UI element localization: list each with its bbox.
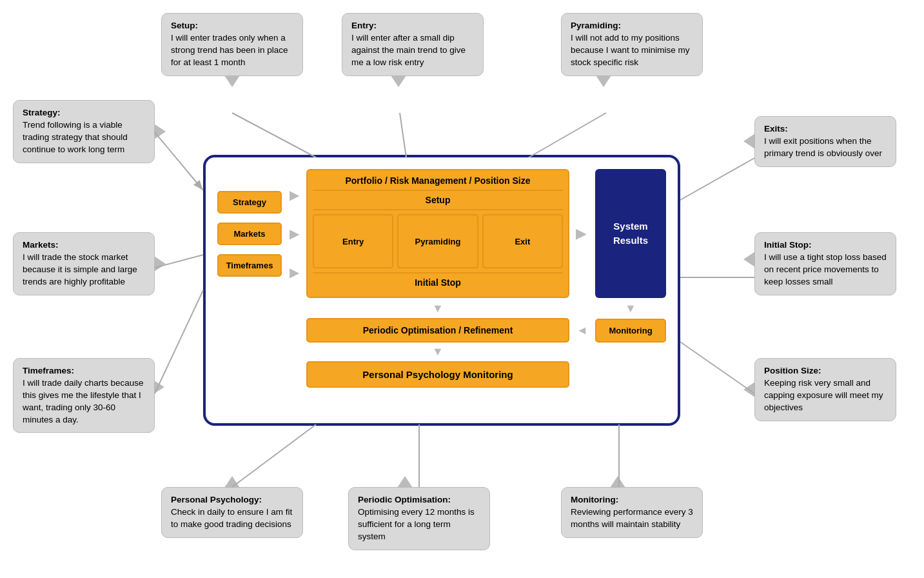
pyramiding-title: Pyramiding: [571,21,621,30]
setup-text: I will enter trades only when a strong t… [171,33,288,67]
setup-title: Setup: [171,21,198,30]
arrow-right-3: ▶ [290,264,299,280]
strategy-button: Strategy [217,191,282,214]
periodic-bar: Periodic Optimisation / Refinement [306,318,569,343]
entry-bubble: Entry: I will enter after a small dip ag… [342,13,484,76]
strategy-title: Strategy: [23,108,61,117]
personal-psychology-bar: Personal Psychology Monitoring [306,361,569,388]
exit-cell: Exit [482,214,563,268]
periodic-optimisation-title: Periodic Optimisation: [358,495,451,504]
entry-title: Entry: [351,21,377,30]
strategy-bubble: Strategy: Trend following is a viable tr… [13,100,155,163]
markets-button: Markets [217,223,282,245]
monitoring-text: Reviewing performance every 3 months wil… [571,507,693,529]
svg-line-0 [155,132,203,190]
initial-stop-text: I will use a tight stop loss based on re… [764,252,887,286]
position-size-title: Position Size: [764,366,821,375]
center-diagram: Strategy Markets Timeframes ▶ ▶ ▶ Portfo… [203,155,680,426]
strategy-text: Trend following is a viable trading stra… [23,120,128,154]
personal-psychology-text: Check in daily to ensure I am fit to mak… [171,507,292,529]
timeframes-text: I will trade daily charts because this g… [23,378,144,424]
position-size-text: Keeping risk very small and capping expo… [764,378,883,412]
exits-text: I will exit positions when the primary t… [764,136,882,158]
left-arrow-monitoring: ◄ [576,324,588,337]
portfolio-bar: Portfolio / Risk Management / Position S… [313,175,563,186]
initial-stop-bubble: Initial Stop: I will use a tight stop lo… [754,232,896,295]
markets-text: I will trade the stock market because it… [23,252,137,286]
svg-line-9 [232,424,316,487]
periodic-optimisation-text: Optimising every 12 months is sufficient… [358,507,475,541]
initial-stop-title: Initial Stop: [764,240,812,250]
pyramiding-bubble: Pyramiding: I will not add to my positio… [561,13,703,76]
markets-bubble: Markets: I will trade the stock market b… [13,232,155,295]
setup-bar: Setup [313,190,563,210]
initial-stop-bar: Initial Stop [313,272,563,292]
timeframes-bubble: Timeframes: I will trade daily charts be… [13,358,155,433]
pyramiding-text: I will not add to my positions because I… [571,33,690,67]
personal-psychology-bubble: Personal Psychology: Check in daily to e… [161,487,303,538]
exits-bubble: Exits: I will exit positions when the pr… [754,116,896,167]
markets-title: Markets: [23,240,59,250]
monitoring-title: Monitoring: [571,495,618,504]
down-arrow-3: ▼ [432,345,444,358]
arrow-to-results: ▶ [576,225,587,242]
entry-text: I will enter after a small dip against t… [351,33,466,67]
svg-line-5 [529,113,606,157]
svg-line-2 [155,290,203,394]
arrow-right-1: ▶ [290,187,299,203]
arrow-right-2: ▶ [290,226,299,241]
svg-line-4 [400,113,406,157]
setup-bubble: Setup: I will enter trades only when a s… [161,13,303,76]
monitoring-bar: Monitoring [595,319,666,343]
pyramiding-cell: Pyramiding [397,214,478,268]
system-results-box: System Results [595,169,666,298]
timeframes-title: Timeframes: [23,366,74,375]
svg-line-6 [680,158,754,200]
entry-cell: Entry [313,214,393,268]
down-arrow-2: ▼ [625,302,636,315]
exits-title: Exits: [764,124,788,134]
position-size-bubble: Position Size: Keeping risk very small a… [754,358,896,421]
svg-line-3 [232,113,316,157]
down-arrow-1: ▼ [432,302,444,315]
personal-psychology-title: Personal Psychology: [171,495,262,504]
monitoring-bubble: Monitoring: Reviewing performance every … [561,487,703,538]
timeframes-button: Timeframes [217,254,282,277]
periodic-optimisation-bubble: Periodic Optimisation: Optimising every … [348,487,490,550]
